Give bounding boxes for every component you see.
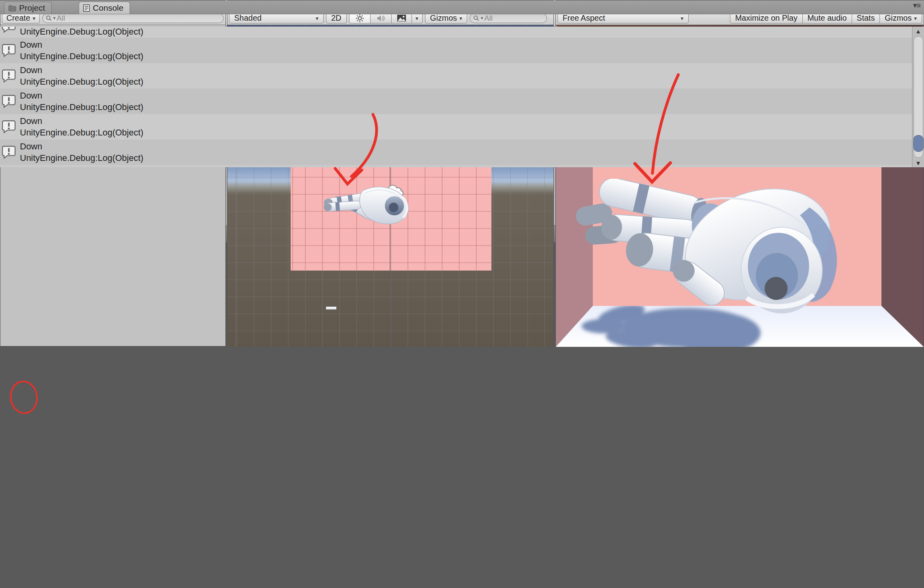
scrollbar-thumb[interactable] bbox=[913, 135, 924, 152]
folder-icon bbox=[8, 5, 16, 12]
speaker-icon bbox=[376, 14, 386, 23]
log-stacktrace: UnityEngine.Debug:Log(Object) bbox=[20, 152, 144, 164]
console-panel-menu-icon[interactable]: ▾≡ bbox=[913, 2, 920, 9]
console-scrollbar[interactable]: ▲ ▼ bbox=[912, 27, 924, 167]
log-entry[interactable]: Down UnityEngine.Debug:Log(Object) bbox=[0, 63, 924, 89]
scene-gizmos-dropdown[interactable]: Gizmos ▾ bbox=[425, 13, 468, 23]
log-entry[interactable]: Down UnityEngine.Debug:Log(Object) bbox=[0, 114, 924, 139]
scene-effects-dropdown[interactable]: ▾ bbox=[412, 13, 423, 23]
info-bubble-icon bbox=[2, 94, 16, 108]
game-gizmos-dropdown[interactable]: Gizmos ▾ bbox=[879, 13, 922, 23]
scene-effects-toggle[interactable] bbox=[391, 13, 412, 23]
search-filter-arrow-icon: ▾ bbox=[481, 15, 483, 21]
log-message: Down bbox=[20, 39, 144, 50]
console-log-list: UnityEngine.Debug:Log(Object) Down Unity… bbox=[0, 27, 924, 167]
search-icon bbox=[473, 15, 479, 21]
unity-editor-window: Hierarchy ▾≡ Create ▾ ▾ All Main Camera bbox=[0, 0, 924, 588]
dropdown-arrow-icon: ▾ bbox=[415, 15, 418, 21]
scene-search-text: All bbox=[484, 14, 493, 23]
console-tab-label: Console bbox=[93, 3, 123, 13]
info-bubble-icon bbox=[2, 69, 16, 83]
scroll-up-icon[interactable]: ▲ bbox=[915, 27, 921, 35]
search-filter-arrow-icon: ▾ bbox=[53, 15, 56, 21]
log-message: Down bbox=[20, 115, 144, 127]
log-entry-partial[interactable]: UnityEngine.Debug:Log(Object) bbox=[0, 27, 924, 38]
aspect-ratio-dropdown[interactable]: Free Aspect ▾ bbox=[557, 13, 689, 23]
info-bubble-icon bbox=[2, 43, 16, 58]
robot-hand-scene[interactable] bbox=[324, 180, 419, 233]
scene-search-input[interactable]: ▾ All bbox=[470, 13, 547, 23]
info-bubble-icon bbox=[2, 120, 16, 134]
scene-audio-toggle[interactable] bbox=[370, 13, 392, 23]
log-entry[interactable]: Down UnityEngine.Debug:Log(Object) bbox=[0, 139, 924, 165]
annotation-circle-down bbox=[9, 380, 39, 414]
console-doc-icon bbox=[83, 4, 90, 12]
log-message: Down bbox=[20, 64, 144, 76]
mute-audio-button[interactable]: Mute audio bbox=[802, 13, 852, 23]
info-bubble-icon bbox=[2, 145, 16, 159]
tab-console[interactable]: Console bbox=[79, 2, 130, 14]
scene-lighting-toggle[interactable] bbox=[349, 13, 371, 23]
log-stacktrace: UnityEngine.Debug:Log(Object) bbox=[20, 127, 144, 138]
dropdown-arrow-icon: ▾ bbox=[914, 15, 917, 21]
hierarchy-search-text: All bbox=[57, 14, 65, 23]
sun-icon bbox=[355, 14, 364, 23]
dropdown-arrow-icon: ▾ bbox=[316, 15, 318, 21]
console-tabbar: Project Console ▾≡ bbox=[0, 0, 924, 14]
robot-hand-game bbox=[575, 179, 841, 318]
stats-button[interactable]: Stats bbox=[852, 13, 880, 23]
search-icon bbox=[46, 15, 52, 21]
scroll-down-icon[interactable]: ▼ bbox=[915, 159, 921, 167]
2d-toggle-button[interactable]: 2D bbox=[326, 13, 347, 23]
dropdown-arrow-icon: ▾ bbox=[33, 15, 35, 21]
dropdown-arrow-icon: ▾ bbox=[459, 15, 462, 21]
log-message: Down bbox=[20, 141, 144, 152]
tab-project[interactable]: Project bbox=[4, 2, 52, 14]
log-message: Down bbox=[20, 90, 144, 101]
scrollbar-track[interactable] bbox=[914, 36, 923, 158]
dropdown-arrow-icon: ▾ bbox=[681, 15, 683, 21]
log-stacktrace: UnityEngine.Debug:Log(Object) bbox=[20, 50, 144, 62]
project-tab-label: Project bbox=[19, 3, 45, 13]
log-stacktrace: UnityEngine.Debug:Log(Object) bbox=[20, 101, 144, 113]
info-bubble-icon bbox=[2, 27, 16, 33]
log-entry[interactable]: Down UnityEngine.Debug:Log(Object) bbox=[0, 38, 924, 63]
image-effects-icon bbox=[397, 14, 406, 22]
scene-scale-handle[interactable] bbox=[326, 306, 337, 310]
log-stacktrace: UnityEngine.Debug:Log(Object) bbox=[20, 76, 144, 87]
shading-mode-dropdown[interactable]: Shaded ▾ bbox=[229, 13, 324, 23]
create-button[interactable]: Create ▾ bbox=[2, 13, 40, 23]
hierarchy-search-input[interactable]: ▾ All bbox=[42, 13, 224, 23]
maximize-on-play-button[interactable]: Maximize on Play bbox=[730, 13, 803, 23]
log-entry[interactable]: Down UnityEngine.Debug:Log(Object) bbox=[0, 89, 924, 114]
